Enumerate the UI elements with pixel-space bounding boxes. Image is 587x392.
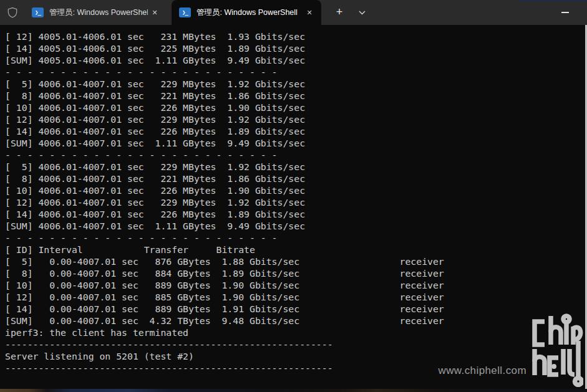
terminal-line: [ 5] 4006.01-4007.01 sec 229 MBytes 1.92…: [5, 78, 587, 90]
terminal-output[interactable]: [ 12] 4005.01-4006.01 sec 231 MBytes 1.9…: [0, 25, 587, 389]
chiphell-logo-icon: [526, 313, 583, 387]
terminal-line: [ ID] Interval Transfer Bitrate: [5, 244, 587, 256]
watermark-text: www.chiphell.com: [438, 365, 526, 377]
terminal-line: [SUM] 0.00-4007.01 sec 4.32 TBytes 9.48 …: [5, 315, 587, 327]
tab-title: 管理员: Windows PowerShell: [196, 7, 303, 18]
terminal-line: - - - - - - - - - - - - - - - - - - - - …: [5, 232, 587, 244]
minimize-button[interactable]: [552, 0, 578, 25]
tab-close-icon[interactable]: ✕: [303, 6, 316, 19]
terminal-line: [ 8] 4006.01-4007.01 sec 221 MBytes 1.86…: [5, 173, 587, 184]
tab-powershell-1[interactable]: ❯_ 管理员: Windows PowerShell ✕: [24, 0, 167, 25]
terminal-line: Server listening on 5201 (test #2): [5, 350, 587, 362]
chevron-down-icon: [359, 11, 366, 15]
terminal-line: iperf3: the client has terminated: [5, 327, 587, 338]
terminal-line: ----------------------------------------…: [5, 338, 587, 350]
terminal-line: [ 12] 4005.01-4006.01 sec 231 MBytes 1.9…: [5, 31, 587, 42]
desktop-edge-strip: [0, 389, 587, 392]
terminal-line: [ 14] 4006.01-4007.01 sec 226 MBytes 1.8…: [5, 125, 587, 137]
tab-close-icon[interactable]: ✕: [148, 6, 162, 19]
terminal-line: [ 14] 4005.01-4006.01 sec 225 MBytes 1.8…: [5, 42, 587, 54]
terminal-line: [ 10] 4006.01-4007.01 sec 226 MBytes 1.9…: [5, 102, 587, 113]
terminal-line: [ 12] 4006.01-4007.01 sec 229 MBytes 1.9…: [5, 196, 587, 208]
admin-shield-icon: [6, 6, 19, 19]
terminal-line: [ 8] 0.00-4007.01 sec 884 GBytes 1.89 Gb…: [5, 267, 587, 279]
terminal-window: ❯_ 管理员: Windows PowerShell ✕ ❯_ 管理员: Win…: [0, 0, 587, 392]
terminal-line: [SUM] 4006.01-4007.01 sec 1.11 GBytes 9.…: [5, 220, 587, 232]
tab-powershell-2-active[interactable]: ❯_ 管理员: Windows PowerShell ✕: [172, 0, 321, 25]
terminal-line: [ 5] 4006.01-4007.01 sec 229 MBytes 1.92…: [5, 161, 587, 173]
tab-bar: ❯_ 管理员: Windows PowerShell ✕ ❯_ 管理员: Win…: [0, 0, 587, 25]
powershell-icon: ❯_: [179, 7, 191, 17]
tab-dropdown-button[interactable]: [354, 4, 370, 21]
window-top-edge: [517, 0, 587, 1]
terminal-line: - - - - - - - - - - - - - - - - - - - - …: [5, 66, 587, 78]
terminal-line: [SUM] 4005.01-4006.01 sec 1.11 GBytes 9.…: [5, 54, 587, 66]
tab-title: 管理员: Windows PowerShell: [49, 7, 148, 18]
terminal-line: [ 5] 0.00-4007.01 sec 876 GBytes 1.88 Gb…: [5, 256, 587, 267]
terminal-line: [SUM] 4006.01-4007.01 sec 1.11 GBytes 9.…: [5, 137, 587, 149]
new-tab-button[interactable]: +: [331, 4, 347, 21]
terminal-line: [ 8] 4006.01-4007.01 sec 221 MBytes 1.86…: [5, 90, 587, 102]
terminal-line: [ 10] 0.00-4007.01 sec 889 GBytes 1.90 G…: [5, 279, 587, 291]
minimize-icon: [561, 12, 569, 13]
terminal-line: [ 14] 4006.01-4007.01 sec 226 MBytes 1.8…: [5, 208, 587, 220]
terminal-line: [ 14] 0.00-4007.01 sec 889 GBytes 1.91 G…: [5, 303, 587, 315]
terminal-line: [ 12] 0.00-4007.01 sec 885 GBytes 1.90 G…: [5, 291, 587, 303]
terminal-line: [ 10] 4006.01-4007.01 sec 226 MBytes 1.9…: [5, 184, 587, 196]
terminal-line: - - - - - - - - - - - - - - - - - - - - …: [5, 149, 587, 161]
terminal-line: [ 12] 4006.01-4007.01 sec 229 MBytes 1.9…: [5, 113, 587, 125]
powershell-icon: ❯_: [32, 7, 44, 17]
